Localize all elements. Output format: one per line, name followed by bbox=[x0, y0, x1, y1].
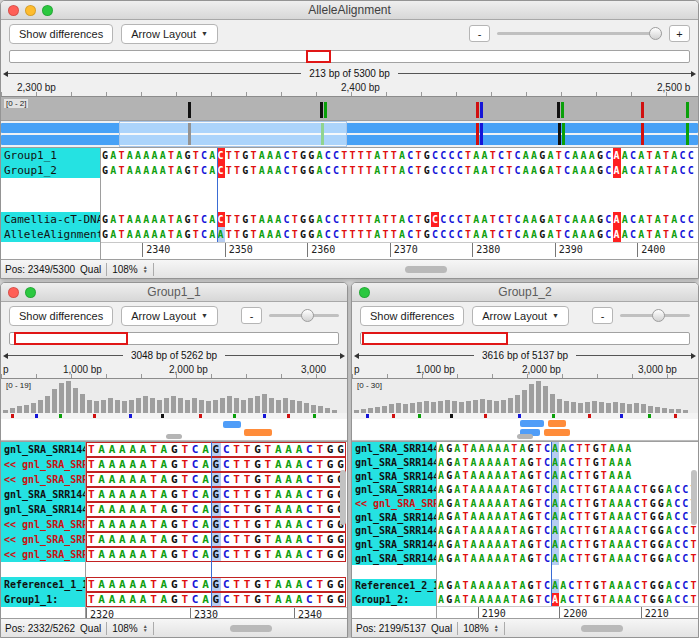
base-cell[interactable]: A bbox=[559, 442, 567, 456]
base-cell[interactable]: A bbox=[117, 442, 127, 457]
base-cell[interactable]: T bbox=[641, 524, 649, 538]
base-cell[interactable]: C bbox=[681, 552, 689, 566]
base-cell[interactable]: T bbox=[148, 577, 158, 592]
base-cell[interactable]: A bbox=[96, 532, 106, 547]
base-cell[interactable]: G bbox=[169, 532, 179, 547]
base-cell[interactable]: A bbox=[283, 442, 293, 457]
base-cell[interactable]: T bbox=[510, 497, 518, 511]
base-cell[interactable]: C bbox=[673, 538, 681, 552]
base-cell[interactable]: A bbox=[624, 442, 632, 456]
base-cell[interactable]: A bbox=[283, 487, 293, 502]
base-cell[interactable]: A bbox=[128, 577, 138, 592]
base-cell[interactable]: G bbox=[184, 163, 192, 178]
base-cell[interactable]: C bbox=[632, 538, 640, 552]
base-cell[interactable]: C bbox=[200, 163, 208, 178]
base-cell[interactable]: C bbox=[190, 442, 200, 457]
base-cell[interactable]: A bbox=[274, 212, 282, 227]
base-cell[interactable]: G bbox=[538, 212, 546, 227]
base-cell[interactable]: G bbox=[445, 483, 453, 497]
base-cell[interactable]: A bbox=[571, 227, 579, 242]
base-cell[interactable]: C bbox=[563, 212, 571, 227]
base-cell[interactable]: C bbox=[221, 487, 231, 502]
base-cell[interactable]: T bbox=[167, 227, 175, 242]
base-cell[interactable]: A bbox=[616, 469, 624, 483]
base-cell[interactable]: A bbox=[551, 497, 559, 511]
base-cell[interactable]: T bbox=[242, 502, 252, 517]
base-cell[interactable]: G bbox=[657, 483, 665, 497]
scrollbar-thumb[interactable] bbox=[230, 625, 272, 632]
base-cell[interactable]: C bbox=[448, 212, 456, 227]
base-cell[interactable]: C bbox=[283, 212, 291, 227]
sequence-row[interactable]: GATAAAAATAGTCACTTGTAAACTGGACCTTTTATTACTG… bbox=[101, 148, 695, 163]
base-cell[interactable]: T bbox=[86, 592, 96, 607]
base-cell[interactable]: A bbox=[398, 212, 406, 227]
base-cell[interactable]: T bbox=[382, 148, 390, 163]
base-cell[interactable]: A bbox=[283, 532, 293, 547]
base-cell[interactable]: A bbox=[502, 524, 510, 538]
base-cell[interactable]: A bbox=[373, 212, 381, 227]
sequence-row[interactable]: TAAAAATAGTCAGCTTGTAAACTGG bbox=[86, 577, 346, 592]
base-cell[interactable]: A bbox=[478, 456, 486, 470]
base-cell[interactable]: G bbox=[335, 592, 345, 607]
base-cell[interactable]: T bbox=[390, 212, 398, 227]
base-cell[interactable]: T bbox=[600, 469, 608, 483]
base-cell[interactable]: G bbox=[657, 510, 665, 524]
base-cell[interactable]: A bbox=[266, 212, 274, 227]
base-cell[interactable]: T bbox=[584, 497, 592, 511]
base-cell[interactable]: T bbox=[600, 579, 608, 593]
base-cell[interactable]: A bbox=[200, 547, 210, 562]
base-cell[interactable]: T bbox=[263, 517, 273, 532]
base-cell[interactable]: A bbox=[283, 457, 293, 472]
sequence-name[interactable]: Group1_2 bbox=[1, 163, 100, 178]
base-cell[interactable]: T bbox=[584, 483, 592, 497]
base-cell[interactable]: A bbox=[571, 148, 579, 163]
sequence-name[interactable]: Group1_1 bbox=[1, 148, 100, 163]
sequence-name[interactable]: gnl_SRA_SRR144! bbox=[352, 469, 436, 483]
base-cell[interactable]: A bbox=[670, 163, 678, 178]
base-cell[interactable]: C bbox=[681, 483, 689, 497]
base-cell[interactable]: A bbox=[478, 593, 486, 607]
base-cell[interactable]: T bbox=[242, 517, 252, 532]
base-cell[interactable]: T bbox=[86, 472, 96, 487]
base-cell[interactable]: T bbox=[415, 148, 423, 163]
base-cell[interactable]: C bbox=[567, 579, 575, 593]
base-cell[interactable]: T bbox=[291, 163, 299, 178]
base-cell[interactable]: A bbox=[608, 442, 616, 456]
base-cell[interactable]: T bbox=[233, 163, 241, 178]
base-cell[interactable]: A bbox=[472, 227, 480, 242]
base-cell[interactable]: G bbox=[592, 442, 600, 456]
base-cell[interactable]: G bbox=[527, 552, 535, 566]
base-cell[interactable]: A bbox=[294, 457, 304, 472]
base-cell[interactable]: A bbox=[470, 510, 478, 524]
base-cell[interactable]: A bbox=[273, 532, 283, 547]
base-cell[interactable]: C bbox=[456, 212, 464, 227]
base-cell[interactable]: A bbox=[624, 510, 632, 524]
base-cell[interactable]: A bbox=[266, 227, 274, 242]
base-cell[interactable]: A bbox=[200, 532, 210, 547]
base-cell[interactable]: T bbox=[464, 163, 472, 178]
base-cell[interactable]: A bbox=[559, 483, 567, 497]
base-cell[interactable]: T bbox=[575, 538, 583, 552]
base-cell[interactable]: A bbox=[559, 497, 567, 511]
base-cell[interactable]: T bbox=[535, 552, 543, 566]
base-cell[interactable]: T bbox=[242, 472, 252, 487]
base-cell[interactable]: A bbox=[266, 148, 274, 163]
base-cell[interactable]: C bbox=[304, 577, 314, 592]
base-cell[interactable]: G bbox=[211, 592, 221, 607]
base-cell[interactable]: A bbox=[518, 483, 526, 497]
sequence-row[interactable]: TAAAAATAGTCAGCTTGTAAACTGG bbox=[86, 442, 346, 457]
base-cell[interactable]: A bbox=[283, 517, 293, 532]
base-cell[interactable]: G bbox=[592, 469, 600, 483]
base-cell[interactable]: A bbox=[134, 163, 142, 178]
base-cell[interactable]: A bbox=[486, 552, 494, 566]
base-cell[interactable]: A bbox=[470, 483, 478, 497]
base-cell[interactable]: C bbox=[543, 538, 551, 552]
base-cell[interactable]: T bbox=[584, 552, 592, 566]
base-cell[interactable]: T bbox=[148, 532, 158, 547]
base-cell[interactable]: T bbox=[148, 457, 158, 472]
base-cell[interactable]: T bbox=[646, 163, 654, 178]
base-cell[interactable]: A bbox=[551, 524, 559, 538]
base-cell[interactable]: C bbox=[543, 524, 551, 538]
base-cell[interactable]: G bbox=[252, 577, 262, 592]
base-cell[interactable]: T bbox=[535, 456, 543, 470]
